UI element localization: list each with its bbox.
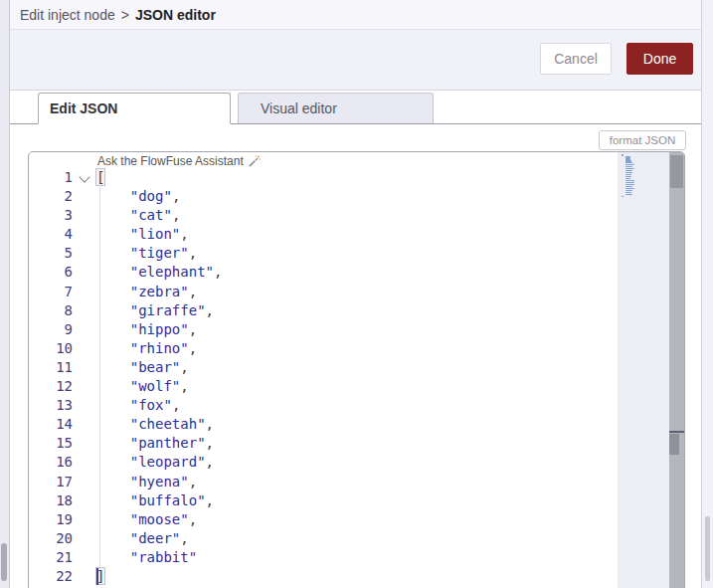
fold-gutter (73, 567, 96, 586)
code-line[interactable]: 10 "rhino", (29, 339, 617, 358)
line-number: 16 (29, 453, 73, 472)
code-line[interactable]: 21 "rabbit" (29, 548, 617, 567)
code-line-text: "lion", (96, 225, 189, 244)
line-number: 19 (29, 510, 73, 529)
dialog-action-bar: Cancel Done (10, 30, 701, 91)
code-lines[interactable]: 1[2 "dog",3 "cat",4 "lion",5 "tiger",6 "… (29, 168, 617, 586)
code-line[interactable]: 8 "giraffe", (29, 301, 617, 320)
page-left-scrollbar[interactable] (0, 0, 10, 588)
line-number: 5 (29, 244, 73, 263)
magic-wand-icon (248, 155, 261, 168)
code-line-text: "bear", (96, 358, 189, 377)
line-number: 8 (29, 301, 73, 320)
line-number: 17 (29, 473, 73, 491)
fold-gutter (73, 187, 96, 206)
code-line[interactable]: 2 "dog", (29, 187, 617, 206)
line-number: 9 (29, 320, 73, 339)
fold-gutter (73, 473, 96, 491)
code-line[interactable]: 19 "moose", (29, 510, 617, 529)
code-line[interactable]: 22] (29, 567, 617, 586)
code-line-text: "rhino", (96, 339, 197, 358)
tab-visual-editor[interactable]: Visual editor (238, 93, 434, 123)
code-line-text: "buffalo", (96, 491, 214, 510)
tab-visual-editor-label: Visual editor (261, 100, 337, 116)
code-line-text: "dog", (96, 187, 180, 206)
code-line[interactable]: 1[ (29, 168, 617, 187)
code-line-text: "elephant", (96, 263, 222, 282)
format-json-button[interactable]: format JSON (599, 130, 686, 150)
code-line-text: "tiger", (96, 244, 197, 263)
code-line[interactable]: 5 "tiger", (29, 244, 617, 263)
line-number: 13 (29, 396, 73, 415)
code-line[interactable]: 16 "leopard", (29, 453, 617, 472)
code-line[interactable]: 11 "bear", (29, 358, 617, 377)
code-line[interactable]: 9 "hippo", (29, 320, 617, 339)
done-button[interactable]: Done (626, 43, 693, 75)
code-line[interactable]: 3 "cat", (29, 206, 617, 225)
fold-gutter (73, 320, 96, 339)
line-number: 3 (29, 206, 73, 225)
edit-json-panel: format JSON Ask the FlowFuse Assistant 1… (10, 124, 701, 588)
code-line-text: "wolf", (96, 377, 189, 396)
json-code-editor[interactable]: Ask the FlowFuse Assistant 1[2 "dog",3 "… (28, 151, 685, 588)
code-line[interactable]: 4 "lion", (29, 225, 617, 244)
line-number: 6 (29, 263, 73, 282)
tab-edit-json[interactable]: Edit JSON (38, 93, 231, 124)
fold-gutter (73, 415, 96, 434)
line-number: 21 (29, 548, 73, 567)
overview-ruler-marker (669, 434, 679, 455)
code-line-text: "rabbit" (96, 548, 197, 567)
editor-scrollbar-thumb[interactable] (670, 155, 683, 188)
code-line[interactable]: 7 "zebra", (29, 283, 617, 301)
code-line[interactable]: 6 "elephant", (29, 263, 617, 282)
code-line[interactable]: 13 "fox", (29, 396, 617, 415)
minimap[interactable] (618, 152, 669, 588)
code-line[interactable]: 18 "buffalo", (29, 491, 617, 510)
fold-gutter (73, 339, 96, 358)
fold-chevron-icon[interactable] (73, 168, 96, 187)
page-right-scrollbar[interactable] (701, 0, 713, 588)
page-title: JSON editor (135, 7, 216, 23)
breadcrumb-separator: > (121, 7, 129, 23)
line-number: 20 (29, 529, 73, 548)
code-line[interactable]: 14 "cheetah", (29, 415, 617, 434)
line-number: 12 (29, 377, 73, 396)
code-line-text: [ (96, 168, 104, 187)
code-line[interactable]: 17 "hyena", (29, 473, 617, 491)
cancel-button[interactable]: Cancel (540, 43, 612, 75)
editor-scrollbar[interactable] (669, 152, 684, 588)
fold-gutter (73, 377, 96, 396)
fold-gutter (73, 453, 96, 472)
line-number: 4 (29, 225, 73, 244)
fold-gutter (73, 263, 96, 282)
line-number: 11 (29, 358, 73, 377)
code-line-text: "leopard", (96, 453, 214, 472)
fold-gutter (73, 529, 96, 548)
line-number: 10 (29, 339, 73, 358)
line-number: 15 (29, 434, 73, 453)
page-left-scrollbar-thumb[interactable] (1, 543, 7, 581)
fold-gutter (73, 396, 96, 415)
code-line-text: "giraffe", (96, 301, 214, 320)
fold-gutter (73, 301, 96, 320)
line-number: 2 (29, 187, 73, 206)
page-right-scrollbar-thumb[interactable] (705, 516, 710, 581)
code-line[interactable]: 20 "deer", (29, 529, 617, 548)
fold-gutter (73, 510, 96, 529)
code-line[interactable]: 15 "panther", (29, 434, 617, 453)
code-line-text: "zebra", (96, 283, 197, 301)
code-line-text: "moose", (96, 510, 197, 529)
fold-gutter (73, 206, 96, 225)
breadcrumb-parent[interactable]: Edit inject node (20, 7, 115, 23)
fold-gutter (73, 491, 96, 510)
breadcrumb: Edit inject node > JSON editor (10, 0, 701, 30)
flowfuse-assistant-hint[interactable]: Ask the FlowFuse Assistant (97, 154, 261, 168)
editor-tab-bar: Edit JSON Visual editor (10, 91, 701, 124)
code-line[interactable]: 12 "wolf", (29, 377, 617, 396)
overview-ruler-mark (669, 431, 684, 433)
text-cursor (96, 568, 98, 585)
line-number: 7 (29, 283, 73, 301)
code-line-text: "cheetah", (96, 415, 214, 434)
code-line-text: "deer", (96, 529, 189, 548)
line-number: 1 (29, 168, 73, 187)
